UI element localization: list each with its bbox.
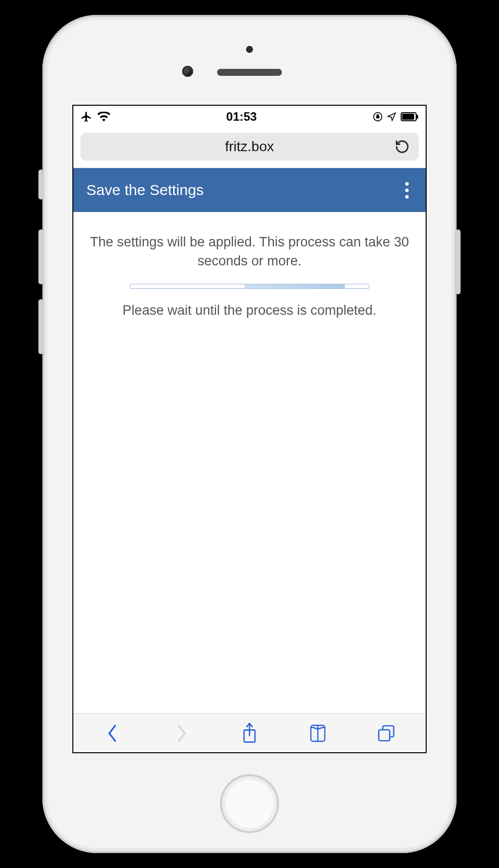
progress-bar	[130, 284, 369, 289]
tabs-button[interactable]	[371, 724, 401, 743]
back-button[interactable]	[98, 723, 128, 743]
browser-chrome-top: fritz.box	[73, 128, 426, 168]
kebab-dot-icon	[405, 182, 409, 186]
wifi-icon	[97, 112, 110, 122]
svg-rect-2	[402, 114, 414, 120]
location-icon	[387, 112, 397, 122]
page-content: The settings will be applied. This proce…	[73, 212, 426, 713]
home-button[interactable]	[220, 774, 279, 833]
phone-power-button	[456, 229, 461, 294]
forward-button	[166, 723, 196, 743]
bookmarks-button[interactable]	[303, 723, 333, 743]
phone-volume-up	[38, 229, 43, 284]
progress-bar-fill	[245, 284, 345, 288]
status-time: 01:53	[226, 110, 256, 124]
address-bar[interactable]: fritz.box	[80, 133, 419, 161]
svg-rect-6	[379, 730, 390, 741]
phone-mute-switch	[38, 170, 43, 200]
status-bar: 01:53	[73, 106, 426, 128]
screen: 01:53 fritz.box	[72, 105, 427, 753]
page-title: Save the Settings	[86, 182, 204, 199]
address-text: fritz.box	[225, 139, 274, 155]
reload-icon[interactable]	[395, 139, 410, 154]
phone-front-camera	[182, 66, 193, 77]
phone-sensor	[246, 46, 253, 53]
phone-speaker	[217, 69, 282, 76]
page-header: Save the Settings	[73, 168, 426, 212]
kebab-dot-icon	[405, 195, 409, 199]
battery-icon	[401, 112, 419, 121]
orientation-lock-icon	[373, 112, 383, 122]
share-button[interactable]	[235, 722, 264, 744]
phone-volume-down	[38, 299, 43, 354]
svg-rect-3	[417, 115, 418, 119]
airplane-mode-icon	[80, 111, 92, 123]
phone-frame: 01:53 fritz.box	[42, 15, 457, 853]
kebab-dot-icon	[405, 189, 409, 192]
browser-toolbar	[73, 713, 426, 752]
please-wait-message: Please wait until the process is complet…	[85, 303, 414, 318]
apply-settings-message: The settings will be applied. This proce…	[85, 233, 414, 271]
more-menu-button[interactable]	[401, 178, 413, 203]
